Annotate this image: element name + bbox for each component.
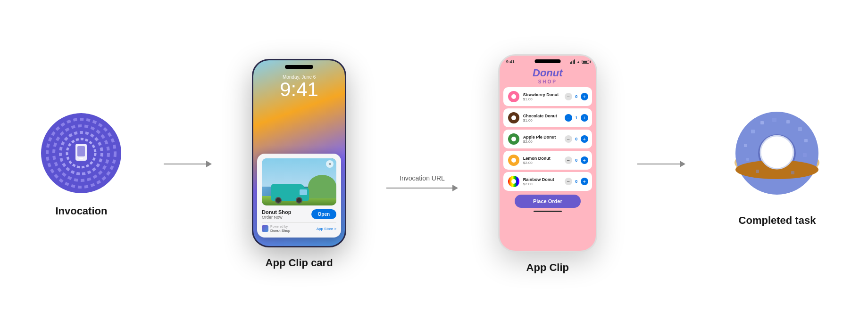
wifi-icon: ▲ <box>576 60 580 64</box>
app-clip-label: App Clip <box>526 262 569 274</box>
arrow-1-line <box>164 164 206 164</box>
app-clip-card: × <box>257 154 341 238</box>
donut-counter-2: −0+ <box>565 135 588 143</box>
plus-button-4[interactable]: + <box>581 178 588 185</box>
plus-button-1[interactable]: + <box>581 114 588 122</box>
app-clip-info: Donut Shop Order Now Open <box>262 209 336 220</box>
truck-wheel-left <box>275 197 282 204</box>
donut-name-0: Strawberry Donut <box>523 92 562 97</box>
donut-name-3: Lemon Donut <box>523 156 562 161</box>
donut-name-1: Chocolate Donut <box>523 114 562 118</box>
donut-icon-2 <box>507 132 520 146</box>
completed-task-label: Completed task <box>739 214 816 227</box>
phone-mockup: Monday, June 6 9:41 × <box>252 59 346 247</box>
place-order-button[interactable]: Place Order <box>515 195 581 208</box>
minus-button-1[interactable]: − <box>565 114 572 122</box>
donut-info-3: Lemon Donut$2.00 <box>523 156 562 165</box>
donut-icon-4 <box>507 175 520 188</box>
arrow-2 <box>637 161 685 167</box>
app-clip-card-image: × <box>262 158 336 205</box>
plus-button-0[interactable]: + <box>581 93 588 100</box>
invocation-url-label: Invocation URL <box>400 174 445 182</box>
donut-item-0: Strawberry Donut$1.00−0+ <box>503 87 592 106</box>
svg-rect-32 <box>756 170 759 173</box>
app-clip-footer: Powered by Donut Shop App Store > <box>262 222 336 233</box>
truck-scene <box>262 158 336 205</box>
plus-button-3[interactable]: + <box>581 156 588 164</box>
arrow-1 <box>164 161 212 167</box>
svg-rect-33 <box>791 171 794 174</box>
minus-button-3[interactable]: − <box>565 156 572 164</box>
app-notch <box>534 59 560 63</box>
minus-button-2[interactable]: − <box>565 135 572 143</box>
arrow-1-graphic <box>164 161 212 167</box>
truck-wheel-right <box>296 197 302 204</box>
bar-3 <box>573 60 574 64</box>
svg-point-11 <box>511 115 516 120</box>
arrow-2-graphic <box>637 161 685 167</box>
lockscreen-time: Monday, June 6 9:41 <box>253 74 345 99</box>
open-button[interactable]: Open <box>311 209 337 219</box>
phone-notch <box>285 65 313 69</box>
svg-rect-6 <box>77 146 85 156</box>
app-clip-details: Donut Shop Order Now <box>262 209 291 220</box>
donut-icon-3 <box>507 154 520 167</box>
svg-rect-24 <box>760 121 764 124</box>
donut-price-1: $1.00 <box>523 118 562 123</box>
minus-button-4[interactable]: − <box>565 178 572 185</box>
donut-icon-0 <box>507 90 520 103</box>
powered-by-icon <box>262 225 268 232</box>
scene: Invocation Monday, June 6 9:41 × <box>0 0 868 328</box>
donut-counter-0: −0+ <box>565 93 588 100</box>
donut-name-4: Rainbow Donut <box>523 177 562 182</box>
arrow-1-head <box>206 161 212 167</box>
donut-name-2: Apple Pie Donut <box>523 135 562 139</box>
donut-price-2: $2.00 <box>523 139 562 144</box>
donut-counter-4: −0+ <box>565 178 588 185</box>
svg-rect-27 <box>798 127 802 131</box>
donut-item-3: Lemon Donut$2.00−0+ <box>503 151 592 170</box>
completed-donut-icon <box>725 101 829 205</box>
svg-rect-28 <box>804 139 808 142</box>
battery-fill <box>583 61 587 63</box>
bar-1 <box>570 62 571 64</box>
svg-rect-26 <box>786 120 790 123</box>
svg-rect-7 <box>79 158 83 159</box>
svg-rect-25 <box>772 118 776 122</box>
donut-counter-3: −0+ <box>565 156 588 164</box>
plus-button-2[interactable]: + <box>581 135 588 143</box>
app-clip-card-column: Monday, June 6 9:41 × <box>252 59 346 269</box>
invocation-label: Invocation <box>55 205 107 217</box>
app-clip-card-label: App Clip card <box>266 257 333 269</box>
close-button[interactable]: × <box>326 160 334 168</box>
app-header: Donut Shop <box>500 66 596 87</box>
scene-hill <box>308 175 336 198</box>
donut-counter-1: −1+ <box>565 114 588 122</box>
minus-button-0[interactable]: − <box>565 93 572 100</box>
svg-rect-31 <box>746 158 749 161</box>
donut-list: Strawberry Donut$1.00−0+Chocolate Donut$… <box>500 87 596 191</box>
donut-item-1: Chocolate Donut$1.00−1+ <box>503 108 592 127</box>
arrow-2-head <box>680 161 685 167</box>
svg-point-13 <box>511 137 516 141</box>
svg-rect-23 <box>751 130 755 133</box>
count-value-2: 0 <box>574 137 579 141</box>
signal-icon <box>570 59 575 64</box>
lockscreen-clock: 9:41 <box>253 80 345 99</box>
app-store-link[interactable]: App Store > <box>317 227 336 231</box>
app-time: 9:41 <box>506 59 515 64</box>
bar-2 <box>571 61 572 64</box>
arrow-2-line <box>637 164 680 164</box>
donut-info-0: Strawberry Donut$1.00 <box>523 92 562 101</box>
powered-by-name: Donut Shop <box>270 229 290 233</box>
donut-price-4: $2.00 <box>523 182 562 186</box>
app-title-shop: Shop <box>500 79 596 84</box>
powered-by: Powered by Donut Shop <box>262 225 290 233</box>
lockscreen-date: Monday, June 6 <box>253 74 345 80</box>
donut-info-4: Rainbow Donut$2.00 <box>523 177 562 186</box>
svg-point-9 <box>511 94 516 99</box>
count-value-4: 0 <box>574 179 579 184</box>
battery-icon <box>582 60 589 64</box>
donut-price-3: $2.00 <box>523 161 562 165</box>
powered-by-label: Powered by <box>270 225 290 229</box>
